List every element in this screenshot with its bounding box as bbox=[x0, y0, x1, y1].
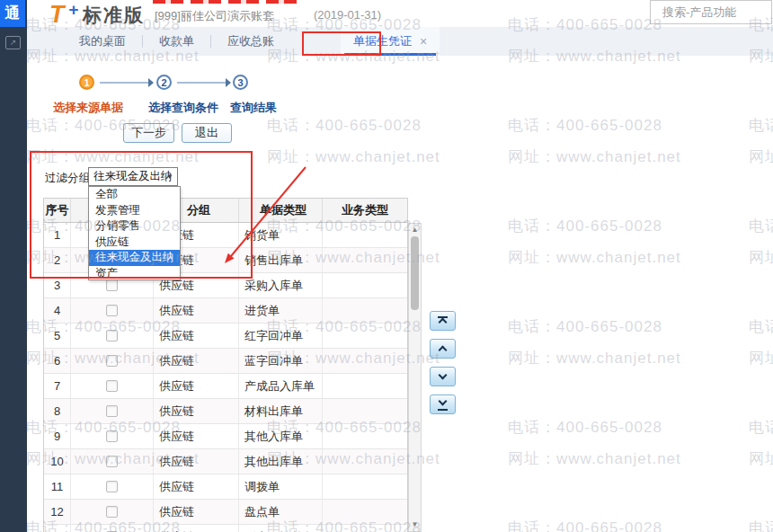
expand-window-icon[interactable]: ↗ bbox=[5, 36, 21, 49]
table-row: 5供应链红字回冲单 bbox=[44, 324, 407, 349]
tab-单据生凭证[interactable]: 单据生凭证× bbox=[341, 27, 440, 56]
cell-biz-type bbox=[323, 424, 407, 448]
watermark-text: 电话：400-665-0028 bbox=[749, 117, 773, 135]
row-checkbox[interactable] bbox=[106, 456, 118, 467]
step-connector-arrow-icon bbox=[226, 78, 231, 87]
watermark-text: 电话：400-665-0028 bbox=[508, 419, 662, 437]
step-circle-2: 2 bbox=[156, 75, 172, 90]
dropdown-option[interactable]: 全部 bbox=[89, 187, 180, 203]
cell-biz-type bbox=[323, 474, 407, 499]
cell-biz-type bbox=[323, 349, 407, 373]
table-scrollbar[interactable]: ▲ ▼ bbox=[408, 223, 422, 532]
table-row: 9供应链其他入库单 bbox=[44, 424, 407, 449]
cell-biz-type bbox=[323, 500, 407, 524]
product-search-box bbox=[650, 0, 772, 24]
cell-doc-type: 其他出库单 bbox=[239, 449, 323, 474]
table-row: 8供应链材料出库单 bbox=[44, 399, 407, 424]
watermark-text: 电话：400-665-0028 bbox=[749, 519, 773, 532]
cell-checkbox bbox=[71, 374, 154, 398]
cell-biz-type bbox=[323, 298, 407, 323]
cell-row-number: 6 bbox=[44, 349, 71, 373]
cell-doc-type: 红字回冲单 bbox=[239, 324, 323, 348]
scroll-up-button[interactable] bbox=[430, 339, 456, 359]
scroll-top-button[interactable] bbox=[430, 311, 456, 331]
cell-checkbox bbox=[71, 449, 154, 474]
cell-row-number: 5 bbox=[44, 324, 71, 348]
watermark-text: 电话：400-665-0028 bbox=[508, 217, 662, 235]
cell-checkbox bbox=[71, 474, 154, 499]
cell-checkbox bbox=[71, 324, 154, 348]
table-row: 4供应链进货单 bbox=[44, 298, 407, 324]
cell-biz-type bbox=[323, 248, 407, 272]
scroll-down-button[interactable] bbox=[430, 367, 456, 386]
tab-收款单[interactable]: 收款单 bbox=[143, 27, 210, 56]
row-checkbox[interactable] bbox=[106, 305, 118, 316]
search-input[interactable] bbox=[651, 1, 771, 23]
step-label-2: 选择查询条件 bbox=[148, 100, 218, 116]
watermark-text: 电话：400-665-0028 bbox=[267, 117, 422, 135]
row-checkbox[interactable] bbox=[106, 430, 118, 442]
close-tab-icon[interactable]: × bbox=[420, 35, 427, 48]
scrollbar-thumb[interactable] bbox=[411, 236, 419, 310]
tab-label: 我的桌面 bbox=[79, 34, 126, 48]
column-header: 业务类型 bbox=[323, 199, 407, 222]
next-step-button[interactable]: 下一步 bbox=[123, 123, 174, 143]
filter-group-label: 过滤分组: bbox=[45, 171, 93, 186]
dropdown-option[interactable]: 供应链 bbox=[89, 235, 180, 251]
watermark-text: 电话：400-665-0028 bbox=[508, 318, 662, 336]
cell-doc-type: 产成品入库单 bbox=[239, 374, 323, 398]
cell-group: 供应链 bbox=[154, 324, 239, 348]
table-row: 10供应链其他出库单 bbox=[44, 449, 407, 474]
cell-row-number: 10 bbox=[44, 449, 71, 474]
cell-group: 供应链 bbox=[154, 374, 239, 398]
exit-button[interactable]: 退出 bbox=[182, 123, 232, 143]
step-connector bbox=[100, 82, 148, 84]
row-checkbox[interactable] bbox=[106, 481, 118, 492]
tab-应收总账[interactable]: 应收总账 bbox=[211, 27, 290, 56]
scrollbar-up-icon[interactable]: ▲ bbox=[409, 225, 421, 235]
tab-bar: 我的桌面收款单应收总账单据生凭证× bbox=[27, 27, 773, 56]
dropdown-option[interactable]: 往来现金及出纳 bbox=[89, 250, 180, 266]
cell-row-number: 13 bbox=[44, 525, 71, 532]
cell-row-number: 4 bbox=[44, 298, 71, 323]
scroll-up-icon bbox=[439, 346, 448, 355]
table-row: 12供应链盘点单 bbox=[44, 500, 407, 525]
filter-group-select[interactable]: 往来现金及出纳 ▼ bbox=[88, 167, 178, 186]
step-label-3: 查询结果 bbox=[230, 100, 277, 116]
brand-plus-logo: + bbox=[68, 0, 78, 20]
watermark-text: 网址：www.chanjet.net bbox=[749, 450, 773, 468]
step-connector bbox=[177, 82, 226, 84]
dropdown-option[interactable]: 发票管理 bbox=[89, 203, 180, 219]
watermark-text: 电话：400-665-0028 bbox=[508, 117, 662, 135]
cell-group: 供应链 bbox=[154, 474, 239, 499]
cell-group: 供应链 bbox=[154, 349, 239, 373]
row-checkbox[interactable] bbox=[106, 405, 118, 417]
watermark-text: 电话：400-665-0028 bbox=[749, 217, 773, 235]
tab-我的桌面[interactable]: 我的桌面 bbox=[63, 27, 142, 56]
cell-biz-type bbox=[323, 449, 407, 474]
row-checkbox[interactable] bbox=[106, 330, 118, 341]
app-window: ↗ 通 T + 标准版 [999]丽佳公司演示账套 (2019-01-31) 我… bbox=[0, 0, 773, 532]
step-circle-3: 3 bbox=[233, 75, 248, 90]
cell-doc-type: 调拨单 bbox=[239, 474, 323, 499]
cell-row-number: 7 bbox=[44, 374, 71, 398]
cell-checkbox bbox=[71, 500, 154, 524]
row-checkbox[interactable] bbox=[106, 355, 118, 367]
row-checkbox[interactable] bbox=[106, 380, 118, 392]
cell-doc-type: 盘点单 bbox=[239, 500, 323, 524]
logo-glyph: 通 bbox=[5, 4, 21, 22]
column-header: 单据类型 bbox=[239, 199, 323, 222]
table-row: 7供应链产成品入库单 bbox=[44, 374, 407, 399]
scrollbar-down-icon[interactable]: ▼ bbox=[409, 519, 421, 530]
watermark-text: 网址：www.chanjet.net bbox=[508, 350, 681, 368]
dropdown-option[interactable]: 资产 bbox=[89, 266, 180, 282]
cell-group: 供应链 bbox=[154, 399, 239, 423]
cell-row-number: 12 bbox=[44, 500, 71, 524]
cell-doc-type: 进货单 bbox=[239, 298, 323, 323]
cell-doc-type: 采购入库单 bbox=[239, 273, 323, 297]
row-checkbox[interactable] bbox=[106, 506, 118, 518]
dropdown-option[interactable]: 分销零售 bbox=[89, 218, 180, 235]
scroll-bottom-button[interactable] bbox=[430, 395, 456, 414]
watermark-text: 网址：www.chanjet.net bbox=[508, 249, 681, 267]
cell-group: 供应链 bbox=[154, 424, 239, 448]
